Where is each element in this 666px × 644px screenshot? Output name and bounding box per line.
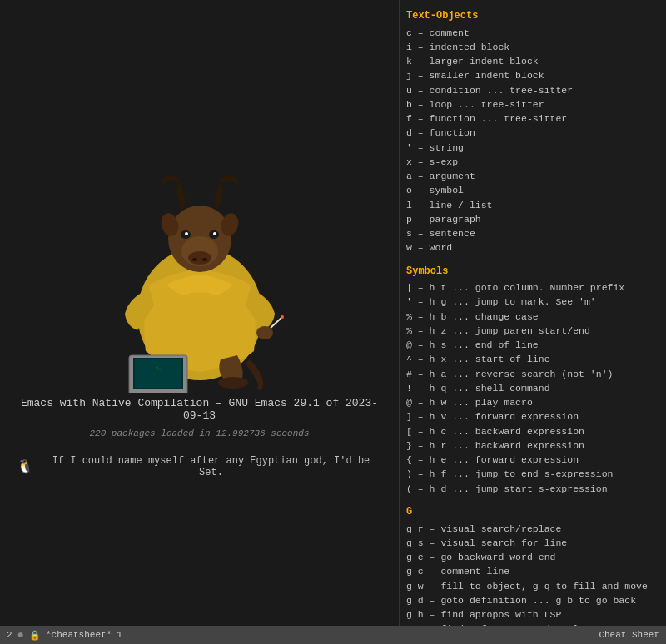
list-item: g e – go backward word end: [406, 550, 659, 564]
list-item: s – sentence: [406, 226, 659, 240]
left-panel: >_ Emacs with Native Compilation – GNU E…: [0, 0, 400, 626]
list-item: % – h z ... jump paren start/end: [406, 324, 659, 338]
g-list: g r – visual search/replaceg s – visual …: [406, 522, 659, 626]
status-right-text: Cheat Sheet: [599, 630, 659, 640]
list-item: i – indented block: [406, 40, 659, 54]
list-item: } – h r ... backward expression: [406, 438, 659, 453]
list-item: g r – visual search/replace: [406, 522, 659, 536]
right-panel: Text-Objects c – commenti – indented blo…: [400, 0, 666, 626]
status-bar: 2 ● 🔒 *cheatsheet* 1 Cheat Sheet: [0, 626, 666, 644]
text-objects-list: c – commenti – indented blockk – larger …: [406, 26, 659, 255]
list-item: % – h b ... change case: [406, 310, 659, 324]
packages-subtitle: 220 packages loaded in 12.992736 seconds: [89, 429, 309, 438]
list-item: ' – string: [406, 141, 659, 155]
list-item: b – loop ... tree-sitter: [406, 97, 659, 111]
list-item: j – smaller indent block: [406, 68, 659, 82]
symbols-list: | – h t ... goto column. Number prefix' …: [406, 280, 659, 496]
list-item: x – s-exp: [406, 155, 659, 169]
list-item: ] – h v ... forward expression: [406, 409, 659, 424]
list-item: u – condition ... tree-sitter: [406, 83, 659, 97]
list-item: g s – visual search for line: [406, 536, 659, 550]
status-col: 1: [117, 630, 122, 640]
list-item: g w – fill to object, g q to fill and mo…: [406, 579, 659, 593]
list-item: ) – h f ... jump to end s-expression: [406, 467, 659, 481]
list-item: a – argument: [406, 169, 659, 183]
svg-text:>_: >_: [155, 365, 162, 371]
list-item: g h – find apropos with LSP: [406, 607, 659, 622]
list-item: c – comment: [406, 26, 659, 40]
status-num: 2: [7, 630, 12, 640]
svg-point-8: [185, 232, 188, 235]
svg-point-4: [192, 258, 197, 261]
list-item: ' – h g ... jump to mark. See 'm': [406, 295, 659, 309]
list-item: o – symbol: [406, 183, 659, 197]
list-item: ( – h d ... jump start s-expression: [406, 482, 659, 496]
status-dot: ●: [17, 628, 24, 642]
list-item: @ – h w ... play macro: [406, 395, 659, 409]
list-item: w – word: [406, 240, 659, 255]
gnu-mascot: >_: [75, 147, 325, 397]
svg-point-9: [213, 232, 216, 235]
svg-point-12: [256, 326, 273, 339]
list-item: g d – goto definition ... g b to go back: [406, 593, 659, 607]
symbols-title: Symbols: [406, 264, 659, 280]
list-item: l – line / list: [406, 198, 659, 212]
svg-point-3: [188, 251, 211, 265]
svg-point-5: [202, 258, 207, 261]
list-item: { – h e ... forward expression: [406, 453, 659, 467]
emacs-title: Emacs with Native Compilation – GNU Emac…: [17, 397, 382, 422]
svg-rect-19: [135, 359, 181, 388]
quote-text: If I could name myself after any Egyptia…: [40, 455, 382, 478]
list-item: g c – comment line: [406, 564, 659, 578]
quote-line: 🐧 If I could name myself after any Egypt…: [17, 455, 382, 478]
list-item: ! – h q ... shell command: [406, 381, 659, 395]
list-item: # – h a ... reverse search (not 'n'): [406, 367, 659, 381]
list-item: @ – h s ... end of line: [406, 338, 659, 352]
svg-point-14: [281, 315, 284, 319]
svg-point-16: [218, 377, 248, 389]
list-item: k – larger indent block: [406, 54, 659, 68]
list-item: f – function ... tree-sitter: [406, 111, 659, 126]
status-lock-icon: 🔒: [29, 630, 41, 641]
emacs-logo-icon: 🐧: [17, 458, 33, 475]
status-filename: *cheatsheet*: [46, 630, 112, 640]
list-item: [ – h c ... backward expression: [406, 424, 659, 438]
g-title: G: [406, 504, 659, 520]
list-item: d – function: [406, 126, 659, 140]
list-item: | – h t ... goto column. Number prefix: [406, 280, 659, 295]
text-objects-title: Text-Objects: [406, 8, 659, 24]
list-item: ^ – h x ... start of line: [406, 352, 659, 366]
list-item: p – paragraph: [406, 212, 659, 226]
